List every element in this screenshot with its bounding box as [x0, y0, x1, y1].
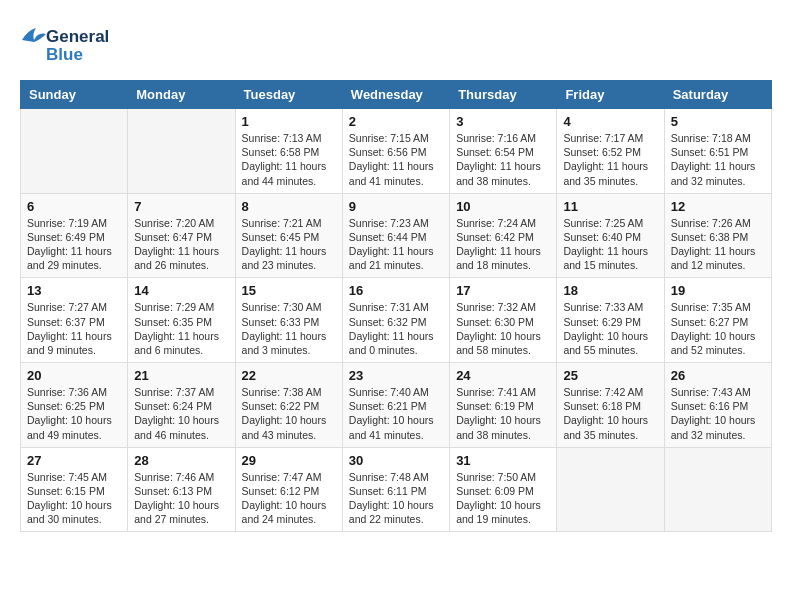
week-row-2: 6Sunrise: 7:19 AMSunset: 6:49 PMDaylight…: [21, 193, 772, 278]
calendar-cell: 28Sunrise: 7:46 AMSunset: 6:13 PMDayligh…: [128, 447, 235, 532]
day-info: Sunrise: 7:18 AMSunset: 6:51 PMDaylight:…: [671, 131, 765, 188]
calendar-cell: 29Sunrise: 7:47 AMSunset: 6:12 PMDayligh…: [235, 447, 342, 532]
header-cell-saturday: Saturday: [664, 81, 771, 109]
calendar-cell: 8Sunrise: 7:21 AMSunset: 6:45 PMDaylight…: [235, 193, 342, 278]
day-number: 15: [242, 283, 336, 298]
day-number: 29: [242, 453, 336, 468]
day-number: 24: [456, 368, 550, 383]
header-cell-friday: Friday: [557, 81, 664, 109]
day-number: 14: [134, 283, 228, 298]
calendar-cell: 21Sunrise: 7:37 AMSunset: 6:24 PMDayligh…: [128, 363, 235, 448]
day-info: Sunrise: 7:23 AMSunset: 6:44 PMDaylight:…: [349, 216, 443, 273]
day-number: 23: [349, 368, 443, 383]
svg-text:General: General: [46, 27, 109, 46]
day-info: Sunrise: 7:38 AMSunset: 6:22 PMDaylight:…: [242, 385, 336, 442]
header-cell-thursday: Thursday: [450, 81, 557, 109]
day-number: 26: [671, 368, 765, 383]
day-info: Sunrise: 7:37 AMSunset: 6:24 PMDaylight:…: [134, 385, 228, 442]
header-cell-monday: Monday: [128, 81, 235, 109]
week-row-3: 13Sunrise: 7:27 AMSunset: 6:37 PMDayligh…: [21, 278, 772, 363]
calendar-cell: 30Sunrise: 7:48 AMSunset: 6:11 PMDayligh…: [342, 447, 449, 532]
day-info: Sunrise: 7:16 AMSunset: 6:54 PMDaylight:…: [456, 131, 550, 188]
calendar-cell: 14Sunrise: 7:29 AMSunset: 6:35 PMDayligh…: [128, 278, 235, 363]
calendar-cell: [128, 109, 235, 194]
day-number: 5: [671, 114, 765, 129]
calendar-cell: 1Sunrise: 7:13 AMSunset: 6:58 PMDaylight…: [235, 109, 342, 194]
day-info: Sunrise: 7:35 AMSunset: 6:27 PMDaylight:…: [671, 300, 765, 357]
header-cell-wednesday: Wednesday: [342, 81, 449, 109]
day-number: 1: [242, 114, 336, 129]
day-number: 8: [242, 199, 336, 214]
calendar-cell: 7Sunrise: 7:20 AMSunset: 6:47 PMDaylight…: [128, 193, 235, 278]
day-info: Sunrise: 7:48 AMSunset: 6:11 PMDaylight:…: [349, 470, 443, 527]
calendar-cell: 15Sunrise: 7:30 AMSunset: 6:33 PMDayligh…: [235, 278, 342, 363]
day-number: 13: [27, 283, 121, 298]
calendar-cell: 26Sunrise: 7:43 AMSunset: 6:16 PMDayligh…: [664, 363, 771, 448]
calendar-cell: [21, 109, 128, 194]
calendar-cell: 12Sunrise: 7:26 AMSunset: 6:38 PMDayligh…: [664, 193, 771, 278]
day-number: 22: [242, 368, 336, 383]
day-info: Sunrise: 7:21 AMSunset: 6:45 PMDaylight:…: [242, 216, 336, 273]
day-number: 16: [349, 283, 443, 298]
day-number: 19: [671, 283, 765, 298]
day-number: 31: [456, 453, 550, 468]
week-row-4: 20Sunrise: 7:36 AMSunset: 6:25 PMDayligh…: [21, 363, 772, 448]
day-info: Sunrise: 7:42 AMSunset: 6:18 PMDaylight:…: [563, 385, 657, 442]
svg-text:Blue: Blue: [46, 45, 83, 64]
day-info: Sunrise: 7:17 AMSunset: 6:52 PMDaylight:…: [563, 131, 657, 188]
day-number: 10: [456, 199, 550, 214]
day-number: 27: [27, 453, 121, 468]
day-number: 3: [456, 114, 550, 129]
day-info: Sunrise: 7:26 AMSunset: 6:38 PMDaylight:…: [671, 216, 765, 273]
calendar-cell: 5Sunrise: 7:18 AMSunset: 6:51 PMDaylight…: [664, 109, 771, 194]
calendar-cell: 18Sunrise: 7:33 AMSunset: 6:29 PMDayligh…: [557, 278, 664, 363]
header: GeneralBlue: [20, 20, 772, 70]
calendar-cell: 16Sunrise: 7:31 AMSunset: 6:32 PMDayligh…: [342, 278, 449, 363]
day-info: Sunrise: 7:45 AMSunset: 6:15 PMDaylight:…: [27, 470, 121, 527]
week-row-5: 27Sunrise: 7:45 AMSunset: 6:15 PMDayligh…: [21, 447, 772, 532]
week-row-1: 1Sunrise: 7:13 AMSunset: 6:58 PMDaylight…: [21, 109, 772, 194]
calendar-cell: 20Sunrise: 7:36 AMSunset: 6:25 PMDayligh…: [21, 363, 128, 448]
day-info: Sunrise: 7:43 AMSunset: 6:16 PMDaylight:…: [671, 385, 765, 442]
calendar-cell: 10Sunrise: 7:24 AMSunset: 6:42 PMDayligh…: [450, 193, 557, 278]
day-number: 9: [349, 199, 443, 214]
day-number: 30: [349, 453, 443, 468]
day-info: Sunrise: 7:40 AMSunset: 6:21 PMDaylight:…: [349, 385, 443, 442]
calendar-cell: 24Sunrise: 7:41 AMSunset: 6:19 PMDayligh…: [450, 363, 557, 448]
day-number: 21: [134, 368, 228, 383]
calendar-cell: 27Sunrise: 7:45 AMSunset: 6:15 PMDayligh…: [21, 447, 128, 532]
day-info: Sunrise: 7:19 AMSunset: 6:49 PMDaylight:…: [27, 216, 121, 273]
day-info: Sunrise: 7:13 AMSunset: 6:58 PMDaylight:…: [242, 131, 336, 188]
calendar-cell: 6Sunrise: 7:19 AMSunset: 6:49 PMDaylight…: [21, 193, 128, 278]
day-info: Sunrise: 7:36 AMSunset: 6:25 PMDaylight:…: [27, 385, 121, 442]
calendar-cell: [557, 447, 664, 532]
calendar-cell: 13Sunrise: 7:27 AMSunset: 6:37 PMDayligh…: [21, 278, 128, 363]
calendar-cell: 3Sunrise: 7:16 AMSunset: 6:54 PMDaylight…: [450, 109, 557, 194]
day-number: 18: [563, 283, 657, 298]
day-number: 12: [671, 199, 765, 214]
day-info: Sunrise: 7:15 AMSunset: 6:56 PMDaylight:…: [349, 131, 443, 188]
calendar-cell: 17Sunrise: 7:32 AMSunset: 6:30 PMDayligh…: [450, 278, 557, 363]
day-info: Sunrise: 7:29 AMSunset: 6:35 PMDaylight:…: [134, 300, 228, 357]
header-cell-sunday: Sunday: [21, 81, 128, 109]
calendar-cell: 4Sunrise: 7:17 AMSunset: 6:52 PMDaylight…: [557, 109, 664, 194]
day-info: Sunrise: 7:20 AMSunset: 6:47 PMDaylight:…: [134, 216, 228, 273]
calendar-cell: 23Sunrise: 7:40 AMSunset: 6:21 PMDayligh…: [342, 363, 449, 448]
day-info: Sunrise: 7:24 AMSunset: 6:42 PMDaylight:…: [456, 216, 550, 273]
calendar-cell: 9Sunrise: 7:23 AMSunset: 6:44 PMDaylight…: [342, 193, 449, 278]
calendar-cell: 31Sunrise: 7:50 AMSunset: 6:09 PMDayligh…: [450, 447, 557, 532]
day-info: Sunrise: 7:46 AMSunset: 6:13 PMDaylight:…: [134, 470, 228, 527]
day-info: Sunrise: 7:32 AMSunset: 6:30 PMDaylight:…: [456, 300, 550, 357]
logo: GeneralBlue: [20, 20, 110, 70]
day-number: 7: [134, 199, 228, 214]
calendar-cell: 2Sunrise: 7:15 AMSunset: 6:56 PMDaylight…: [342, 109, 449, 194]
day-info: Sunrise: 7:25 AMSunset: 6:40 PMDaylight:…: [563, 216, 657, 273]
header-cell-tuesday: Tuesday: [235, 81, 342, 109]
calendar-cell: 25Sunrise: 7:42 AMSunset: 6:18 PMDayligh…: [557, 363, 664, 448]
day-info: Sunrise: 7:31 AMSunset: 6:32 PMDaylight:…: [349, 300, 443, 357]
day-info: Sunrise: 7:33 AMSunset: 6:29 PMDaylight:…: [563, 300, 657, 357]
day-info: Sunrise: 7:30 AMSunset: 6:33 PMDaylight:…: [242, 300, 336, 357]
day-number: 2: [349, 114, 443, 129]
day-info: Sunrise: 7:50 AMSunset: 6:09 PMDaylight:…: [456, 470, 550, 527]
calendar-table: SundayMondayTuesdayWednesdayThursdayFrid…: [20, 80, 772, 532]
